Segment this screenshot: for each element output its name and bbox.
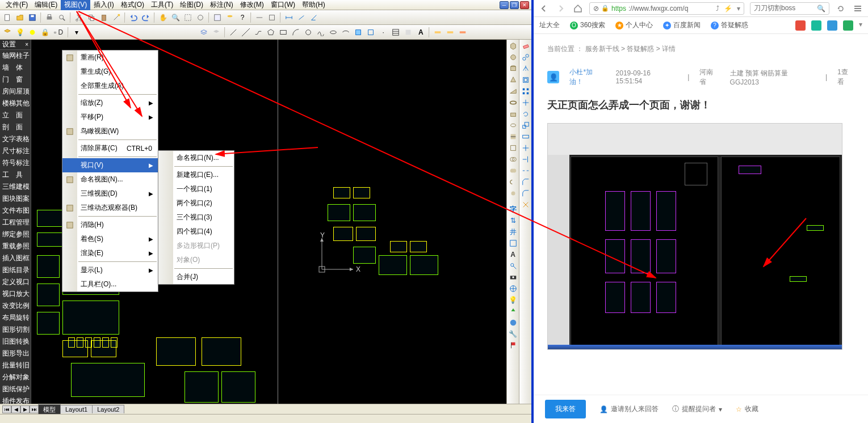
menu-window[interactable]: 窗口(W) <box>267 0 299 11</box>
post-author[interactable]: 小杜*加油！ <box>569 67 605 87</box>
view-menu-item-19[interactable]: 显示(L)▶ <box>62 263 158 277</box>
ellipse-arc-icon[interactable] <box>340 27 351 38</box>
box-icon[interactable] <box>508 41 518 51</box>
explode-icon[interactable] <box>521 200 531 210</box>
camera-icon[interactable] <box>508 272 518 282</box>
sphere-icon[interactable] <box>508 52 518 62</box>
crumb-qa[interactable]: 答疑解惑 <box>627 45 654 53</box>
ext-teal-icon[interactable] <box>811 20 821 31</box>
tab-next-icon[interactable]: ▶ <box>20 405 30 413</box>
side-item-2[interactable]: 门 窗 <box>0 74 31 86</box>
favorite-button[interactable]: ☆收藏 <box>736 404 758 414</box>
subtract-icon[interactable] <box>508 177 518 187</box>
view-menu-item-16[interactable]: 着色(S)▶ <box>62 232 158 246</box>
axis-icon[interactable]: 井 <box>508 227 518 237</box>
dist-icon[interactable] <box>254 12 265 23</box>
view-menu-item-4[interactable]: 缩放(Z)▶ <box>62 96 158 110</box>
revolve-icon[interactable] <box>508 120 518 130</box>
trim-icon[interactable] <box>521 143 531 153</box>
viewport-menu-item-4[interactable]: 两个视口(2) <box>158 196 234 210</box>
forward-button[interactable] <box>555 3 567 14</box>
side-item-25[interactable]: 图形导出 <box>0 348 31 359</box>
union-icon[interactable] <box>508 166 518 176</box>
menu-format[interactable]: 格式(O) <box>118 0 148 11</box>
dropdown-url-icon[interactable]: ▾ <box>737 5 740 12</box>
layer-freeze-icon[interactable] <box>27 27 38 38</box>
text-icon[interactable]: A <box>508 249 518 260</box>
xline-icon[interactable] <box>240 27 251 38</box>
insert-block-icon[interactable] <box>353 27 364 38</box>
compass-icon[interactable] <box>508 284 518 294</box>
share-icon[interactable]: ⤴ <box>716 5 719 12</box>
tab-last-icon[interactable]: ⏭ <box>30 405 39 413</box>
view-menu-item-13[interactable]: 三维动态观察器(B) <box>62 201 158 215</box>
viewport-menu-item-6[interactable]: 四个视口(4) <box>158 225 234 239</box>
side-item-26[interactable]: 批量转旧 <box>0 359 31 371</box>
bm-personal[interactable]: ★个人中心 <box>615 20 653 30</box>
move-icon[interactable] <box>521 98 531 108</box>
mirror-icon[interactable] <box>521 64 531 74</box>
layer-on-icon[interactable]: 💡 <box>14 27 26 38</box>
menu-modify[interactable]: 修改(M) <box>237 0 267 11</box>
side-item-21[interactable]: 改变比例 <box>0 300 31 312</box>
view-menu-item-5[interactable]: 平移(P)▶ <box>62 110 158 124</box>
zoom-prev-icon[interactable] <box>195 12 206 23</box>
zoom-rt-icon[interactable]: 🔍 <box>170 12 181 23</box>
chamfer-icon[interactable] <box>521 177 531 187</box>
erase-icon[interactable] <box>521 41 531 51</box>
side-item-17[interactable]: 插入图框 <box>0 252 31 264</box>
bm-baidu[interactable]: ✦百度新闻 <box>663 20 701 30</box>
tab-model[interactable]: 模型 <box>38 404 61 414</box>
back-button[interactable] <box>538 3 550 14</box>
ext-blue-icon[interactable] <box>827 20 837 31</box>
offset-icon[interactable] <box>521 75 531 85</box>
invite-button[interactable]: 👤邀请别人来回答 <box>599 404 659 414</box>
3dview-icon[interactable] <box>508 238 518 248</box>
zoom-window-icon[interactable] <box>182 12 194 23</box>
point-icon[interactable]: · <box>378 27 389 38</box>
dbconnect-icon[interactable] <box>224 12 236 23</box>
view-menu-item-2[interactable]: 全部重生成(A) <box>62 79 158 93</box>
scale-icon[interactable] <box>521 120 531 130</box>
bolt-icon[interactable]: ⚡ <box>724 5 732 12</box>
dropdown-icon[interactable]: ▾ <box>71 27 82 38</box>
side-item-8[interactable]: 尺寸标注 <box>0 145 31 157</box>
interfere-icon[interactable] <box>508 154 518 164</box>
side-item-22[interactable]: 布局旋转 <box>0 312 31 324</box>
remind-button[interactable]: ⓘ提醒提问者▾ <box>672 404 722 414</box>
help-icon[interactable]: ? <box>237 12 248 23</box>
dim-ang-icon[interactable] <box>308 12 320 23</box>
cone-icon[interactable] <box>508 75 518 85</box>
copy2-icon[interactable] <box>521 52 531 62</box>
view-menu-item-6[interactable]: 鸟瞰视图(W) <box>62 124 158 138</box>
side-panel-close-icon[interactable]: × <box>25 41 28 48</box>
flag-icon[interactable] <box>508 340 518 350</box>
wrench-icon[interactable]: 🔧 <box>508 329 518 339</box>
match-icon[interactable] <box>111 12 122 23</box>
search-box[interactable]: 刀刀切割boss 🔍 <box>750 2 829 15</box>
section-icon[interactable] <box>508 143 518 153</box>
mtext-icon[interactable]: A <box>415 27 426 38</box>
menu-tools[interactable]: 工具(T) <box>148 0 177 11</box>
polygon-icon[interactable] <box>265 27 276 38</box>
side-item-28[interactable]: 图纸保护 <box>0 383 31 395</box>
tab-layout1[interactable]: Layout1 <box>60 405 93 413</box>
array-icon[interactable] <box>521 86 531 96</box>
dim-style-icon[interactable] <box>432 27 443 38</box>
cut-icon[interactable] <box>73 12 85 23</box>
new-icon[interactable] <box>2 12 13 23</box>
side-item-13[interactable]: 文件布图 <box>0 205 31 217</box>
ext-more-icon[interactable]: ▾ <box>859 20 862 31</box>
extend-icon[interactable] <box>521 154 531 164</box>
side-item-24[interactable]: 旧图转换 <box>0 336 31 348</box>
ext-green-icon[interactable] <box>843 20 853 31</box>
view-menu-item-0[interactable]: 重画(R) <box>62 50 158 65</box>
dim-align-icon[interactable] <box>296 12 307 23</box>
side-item-14[interactable]: 工程管理 <box>0 217 31 229</box>
viewport-menu-item-0[interactable]: 命名视口(N)... <box>158 151 234 165</box>
menu-view[interactable]: 视图(V) <box>61 0 90 11</box>
region-icon[interactable] <box>402 27 414 38</box>
pan-icon[interactable]: ✋ <box>157 12 169 23</box>
side-item-1[interactable]: 墙 体 <box>0 62 31 74</box>
stretch-icon[interactable] <box>521 132 531 142</box>
